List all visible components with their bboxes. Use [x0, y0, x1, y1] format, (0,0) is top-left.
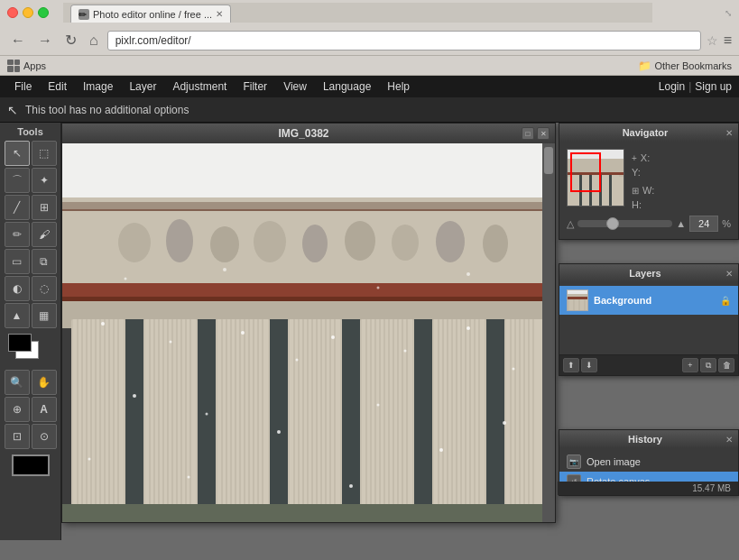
history-open-icon: 📷: [567, 454, 581, 469]
browser-tab[interactable]: ✏ Photo editor online / free ... ✕: [70, 5, 231, 23]
tool-row-6: ◐ ◌: [5, 276, 57, 301]
layer-thumbnail: [567, 289, 588, 311]
bookmark-button[interactable]: ☆: [707, 33, 718, 48]
zoom-in-icon[interactable]: ▲: [676, 218, 686, 229]
color-replace-tool[interactable]: ⊞: [32, 195, 57, 220]
layer-item-background[interactable]: Background 🔒: [559, 286, 738, 315]
layers-footer-btn2[interactable]: ⬇: [581, 358, 597, 372]
scroll-thumb[interactable]: [544, 147, 553, 174]
apps-bookmark[interactable]: Apps: [7, 60, 46, 72]
layer-lock-icon: 🔒: [720, 296, 731, 306]
pencil-tool[interactable]: ✏: [5, 222, 30, 247]
history-open-label: Open image: [587, 456, 641, 467]
menu-filter[interactable]: Filter: [236, 78, 274, 96]
svg-point-112: [206, 413, 208, 416]
navigator-close[interactable]: ✕: [725, 128, 733, 138]
canvas-scrollbar[interactable]: [542, 143, 555, 522]
toolbar-hint: This tool has no additional options: [25, 104, 189, 116]
tab-title: Photo editor online / free ...: [93, 9, 212, 20]
forward-button[interactable]: →: [34, 31, 56, 50]
maximize-button[interactable]: [38, 7, 49, 18]
svg-rect-29: [145, 319, 196, 513]
crop-tool[interactable]: ⊡: [5, 424, 30, 449]
svg-rect-99: [342, 319, 360, 513]
svg-rect-77: [434, 319, 485, 513]
dodge-tool[interactable]: ◐: [5, 276, 30, 301]
window-maximize[interactable]: □: [522, 127, 534, 140]
copy-layer-btn[interactable]: ⧉: [700, 358, 716, 372]
marquee-tool[interactable]: ⬚: [32, 141, 57, 166]
history-close[interactable]: ✕: [725, 435, 733, 445]
menu-image[interactable]: Image: [76, 78, 120, 96]
close-button[interactable]: [7, 7, 18, 18]
svg-point-103: [101, 322, 105, 326]
layers-footer-btn1[interactable]: ⬆: [563, 358, 579, 372]
zoom-thumb[interactable]: [606, 217, 619, 230]
minimize-button[interactable]: [23, 7, 33, 18]
heal-tool[interactable]: ⊕: [5, 397, 30, 422]
signup-link[interactable]: Sign up: [695, 80, 732, 93]
back-button[interactable]: ←: [7, 31, 29, 50]
menu-adjustment[interactable]: Adjustment: [165, 78, 234, 96]
current-tool-icon: ↖: [7, 103, 18, 117]
blur-tool[interactable]: ◌: [32, 276, 57, 301]
y-coord-row: Y:: [632, 167, 654, 178]
layers-close[interactable]: ✕: [725, 269, 733, 279]
login-link[interactable]: Login: [659, 80, 685, 93]
menu-edit[interactable]: Edit: [41, 78, 74, 96]
menu-language[interactable]: Language: [316, 78, 378, 96]
svg-rect-14: [62, 297, 544, 301]
menu-file[interactable]: File: [7, 78, 39, 96]
hand-tool[interactable]: ✋: [32, 370, 57, 395]
menu-layer[interactable]: Layer: [122, 78, 163, 96]
gradient-tool[interactable]: ▦: [32, 303, 57, 328]
zoom-slider[interactable]: [577, 220, 672, 227]
image-canvas[interactable]: [62, 143, 555, 522]
address-bar[interactable]: [107, 31, 701, 50]
menu-view[interactable]: View: [276, 78, 314, 96]
svg-point-4: [118, 223, 151, 262]
h-label: H:: [632, 199, 642, 210]
wand-tool[interactable]: ✦: [32, 168, 57, 193]
zoom-tool[interactable]: 🔍: [5, 370, 30, 395]
menu-items: File Edit Image Layer Adjustment Filter …: [7, 78, 417, 96]
move-tool[interactable]: ↖: [5, 141, 30, 166]
zoom-out-icon[interactable]: △: [567, 218, 574, 230]
svg-point-116: [88, 458, 91, 461]
eyedropper-tool[interactable]: ╱: [5, 195, 30, 220]
screen-mode[interactable]: [12, 454, 50, 476]
other-bookmarks[interactable]: 📁 Other Bookmarks: [638, 60, 732, 72]
clone-tool[interactable]: ⧉: [32, 249, 57, 274]
tool-row-2: ⌒ ✦: [5, 168, 57, 193]
svg-point-123: [466, 272, 470, 276]
svg-point-118: [188, 476, 190, 479]
lasso-tool[interactable]: ⌒: [5, 168, 30, 193]
browser-menu-button[interactable]: ≡: [724, 32, 732, 49]
window-close[interactable]: ✕: [537, 127, 550, 140]
options-toolbar: ↖ This tool has no additional options: [0, 97, 739, 123]
resize-icon[interactable]: ⤡: [725, 8, 732, 18]
menu-help[interactable]: Help: [380, 78, 417, 96]
navigator-titlebar: Navigator ✕: [559, 124, 738, 142]
svg-point-109: [466, 326, 470, 330]
refresh-button[interactable]: ↻: [61, 30, 80, 50]
window-controls: □ ✕: [522, 127, 550, 140]
svg-rect-65: [362, 319, 412, 513]
tab-close-button[interactable]: ✕: [216, 9, 223, 19]
delete-layer-btn[interactable]: 🗑: [718, 358, 734, 372]
brush-tool[interactable]: 🖌: [32, 222, 57, 247]
history-item-open[interactable]: 📷 Open image: [559, 452, 738, 472]
foreground-color[interactable]: [8, 334, 32, 352]
fill-tool[interactable]: ▲: [5, 303, 30, 328]
text-tool[interactable]: A: [32, 397, 57, 422]
tools-panel: Tools ↖ ⬚ ⌒ ✦ ╱ ⊞ ✏ 🖌 ▭ ⧉ ◐: [0, 123, 61, 540]
zoom-input[interactable]: [689, 216, 718, 232]
svg-rect-140: [568, 297, 588, 299]
navigator-coords: + X: Y: ⊞ W: H:: [632, 152, 654, 210]
home-button[interactable]: ⌂: [86, 31, 102, 50]
tool-row-4: ✏ 🖌: [5, 222, 57, 247]
svg-rect-17: [73, 319, 124, 513]
extra-tool[interactable]: ⊙: [32, 424, 57, 449]
eraser-tool[interactable]: ▭: [5, 249, 30, 274]
add-layer-btn[interactable]: +: [682, 358, 698, 372]
